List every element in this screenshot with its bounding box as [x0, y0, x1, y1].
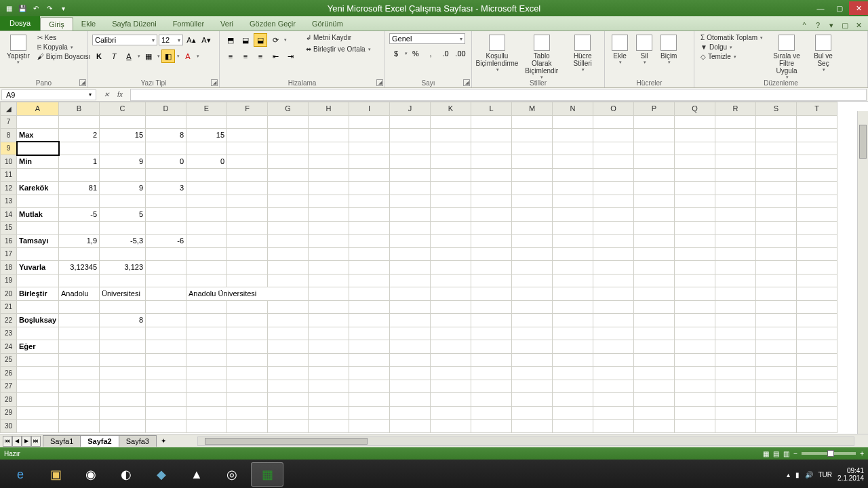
cell[interactable]: [100, 274, 146, 287]
cell[interactable]: [186, 142, 227, 155]
cell[interactable]: [715, 406, 756, 420]
cell[interactable]: [227, 142, 268, 155]
cell[interactable]: [553, 195, 593, 208]
cell[interactable]: [715, 314, 756, 327]
cell[interactable]: [471, 155, 512, 169]
cell[interactable]: [634, 314, 675, 327]
cell[interactable]: [268, 393, 309, 407]
cell[interactable]: [593, 274, 634, 287]
cell[interactable]: [268, 142, 309, 155]
cell[interactable]: [593, 142, 634, 155]
cell[interactable]: [512, 261, 553, 274]
cell[interactable]: [146, 247, 186, 261]
window-restore-icon[interactable]: ▢: [840, 20, 850, 30]
cell[interactable]: [553, 406, 593, 420]
row-header[interactable]: 23: [1, 327, 17, 340]
cell[interactable]: [715, 340, 756, 354]
ribbon-tab-giriş[interactable]: Giriş: [40, 17, 73, 30]
select-all[interactable]: ◢: [1, 102, 17, 116]
cell[interactable]: [309, 195, 349, 208]
cell[interactable]: [715, 195, 756, 208]
cell[interactable]: [390, 327, 431, 340]
cell[interactable]: [675, 300, 715, 314]
cell[interactable]: [186, 300, 227, 314]
cell[interactable]: [309, 274, 349, 287]
cell[interactable]: [634, 300, 675, 314]
cell[interactable]: [59, 406, 100, 420]
cell[interactable]: [268, 420, 309, 433]
align-right-icon[interactable]: ≡: [254, 49, 267, 63]
cell[interactable]: [553, 115, 593, 129]
save-icon[interactable]: 💾: [16, 2, 28, 14]
cell[interactable]: [715, 393, 756, 407]
cell[interactable]: [268, 129, 309, 142]
ribbon-tab-veri[interactable]: Veri: [212, 17, 241, 30]
cell[interactable]: Anadolu Üniversitesi: [186, 287, 309, 301]
cell[interactable]: [797, 235, 837, 248]
cell[interactable]: [186, 235, 227, 248]
col-header[interactable]: C: [100, 102, 146, 116]
row-header[interactable]: 18: [1, 261, 17, 274]
cell[interactable]: [390, 380, 431, 393]
cell[interactable]: [593, 287, 634, 301]
minimize-ribbon-icon[interactable]: ^: [799, 20, 810, 30]
cell[interactable]: [227, 340, 268, 354]
cell[interactable]: [634, 327, 675, 340]
cell[interactable]: [471, 221, 512, 235]
row-header[interactable]: 12: [1, 182, 17, 195]
file-tab[interactable]: Dosya: [0, 16, 40, 30]
align-left-icon[interactable]: ≡: [224, 49, 237, 63]
cell[interactable]: [512, 115, 553, 129]
cell[interactable]: [59, 380, 100, 393]
cell[interactable]: [17, 274, 59, 287]
cell[interactable]: [797, 261, 837, 274]
cell[interactable]: [268, 367, 309, 380]
conditional-formatting-button[interactable]: Koşullu Biçimlendirme▾: [476, 33, 518, 74]
row-header[interactable]: 29: [1, 406, 17, 420]
cell[interactable]: [431, 393, 471, 407]
underline-button[interactable]: A: [122, 49, 136, 63]
cell[interactable]: [146, 142, 186, 155]
clock[interactable]: 09:41 2.1.2014: [837, 467, 864, 482]
cell[interactable]: [227, 155, 268, 169]
cell[interactable]: [186, 221, 227, 235]
cell[interactable]: [268, 261, 309, 274]
cell[interactable]: [634, 195, 675, 208]
sheet-tab[interactable]: Sayfa3: [119, 435, 157, 447]
view-normal-icon[interactable]: ▦: [763, 450, 769, 458]
format-painter-button[interactable]: 🖌Biçim Boyacısı: [35, 52, 93, 61]
cell[interactable]: [553, 168, 593, 182]
cell[interactable]: [100, 340, 146, 354]
cell[interactable]: Birleştir: [17, 287, 59, 301]
col-header[interactable]: L: [471, 102, 512, 116]
cell[interactable]: [634, 182, 675, 195]
cell[interactable]: [593, 261, 634, 274]
row-header[interactable]: 8: [1, 129, 17, 142]
cell[interactable]: [471, 380, 512, 393]
cell[interactable]: [186, 261, 227, 274]
cell[interactable]: [593, 380, 634, 393]
row-header[interactable]: 30: [1, 420, 17, 433]
col-header[interactable]: I: [349, 102, 390, 116]
sheet-nav-prev-icon[interactable]: ◀: [12, 436, 22, 447]
cell[interactable]: [268, 314, 309, 327]
copy-button[interactable]: ⎘Kopyala▾: [35, 43, 93, 52]
col-header[interactable]: B: [59, 102, 100, 116]
chrome-icon[interactable]: ◉: [75, 462, 107, 487]
font-name-combo[interactable]: Calibri▾: [92, 35, 157, 45]
number-format-combo[interactable]: Genel▾: [389, 33, 465, 44]
cell[interactable]: [59, 221, 100, 235]
cell[interactable]: [553, 221, 593, 235]
cell[interactable]: [634, 406, 675, 420]
wrap-text-button[interactable]: ↲Metni Kaydır: [304, 33, 373, 42]
cell[interactable]: [593, 235, 634, 248]
cell[interactable]: [59, 314, 100, 327]
cell[interactable]: [756, 300, 797, 314]
worksheet-grid[interactable]: ◢ABCDEFGHIJKLMNOPQRST78Max215815910Min19…: [0, 102, 868, 434]
cell[interactable]: [146, 208, 186, 222]
cell[interactable]: [715, 300, 756, 314]
cell[interactable]: [471, 420, 512, 433]
cell[interactable]: 9: [100, 155, 146, 169]
cell[interactable]: [268, 274, 309, 287]
cell[interactable]: [756, 261, 797, 274]
